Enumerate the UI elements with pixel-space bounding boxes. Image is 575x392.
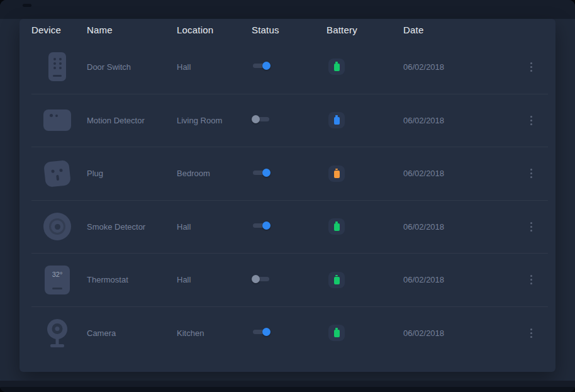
device-location: Bedroom xyxy=(177,169,252,178)
app-window: Device Name Location Status Battery Date… xyxy=(0,0,575,392)
smoke-detector-icon xyxy=(43,212,72,241)
table-row: Camera Kitchen 06/02/2018 xyxy=(31,306,548,360)
device-name: Motion Detector xyxy=(87,116,177,125)
window-bottom-edge xyxy=(0,387,575,392)
device-name: Camera xyxy=(87,328,177,338)
device-date: 06/02/2018 xyxy=(403,62,514,72)
kebab-menu-icon[interactable] xyxy=(528,272,535,287)
status-toggle[interactable] xyxy=(252,62,271,70)
column-header-device: Device xyxy=(31,25,87,35)
window-handle xyxy=(23,4,31,7)
kebab-menu-icon[interactable] xyxy=(528,326,535,340)
device-location: Kitchen xyxy=(177,328,252,338)
window-top-bar xyxy=(0,0,575,19)
status-toggle[interactable] xyxy=(252,115,271,123)
kebab-menu-icon[interactable] xyxy=(528,166,535,181)
device-date: 06/02/2018 xyxy=(403,328,514,338)
table-row: 32° Thermostat Hall 06/02/2018 xyxy=(31,253,548,306)
battery-status-icon xyxy=(328,59,345,75)
thermostat-temp-label: 32° xyxy=(45,266,70,278)
battery-status-icon xyxy=(328,165,345,182)
kebab-menu-icon[interactable] xyxy=(528,113,535,128)
table-row: Plug Bedroom 06/02/2018 xyxy=(31,147,548,200)
column-header-location: Location xyxy=(177,25,252,35)
device-name: Plug xyxy=(87,169,177,178)
remote-icon xyxy=(43,52,72,81)
status-toggle[interactable] xyxy=(252,328,271,336)
column-header-status: Status xyxy=(252,25,327,35)
device-location: Hall xyxy=(177,222,252,232)
battery-status-icon xyxy=(328,112,345,128)
camera-icon xyxy=(43,318,72,347)
device-date: 06/02/2018 xyxy=(403,169,514,178)
battery-status-icon xyxy=(328,218,345,235)
motion-detector-icon xyxy=(43,106,72,135)
table-header: Device Name Location Status Battery Date xyxy=(31,19,548,40)
thermostat-icon: 32° xyxy=(43,266,72,294)
table-row: Motion Detector Living Room 06/02/2018 xyxy=(31,94,548,147)
table-row: Smoke Detector Hall 06/02/2018 xyxy=(31,200,548,254)
device-date: 06/02/2018 xyxy=(403,222,514,232)
device-date: 06/02/2018 xyxy=(403,275,514,284)
column-header-date: Date xyxy=(403,25,514,35)
status-toggle[interactable] xyxy=(252,221,271,230)
device-name: Smoke Detector xyxy=(87,222,177,232)
kebab-menu-icon[interactable] xyxy=(528,220,535,234)
device-location: Hall xyxy=(177,62,252,72)
plug-icon xyxy=(43,159,72,188)
device-location: Living Room xyxy=(177,116,252,125)
column-header-battery: Battery xyxy=(327,25,403,35)
device-name: Thermostat xyxy=(87,275,177,284)
table-row: Door Switch Hall 06/02/2018 xyxy=(31,40,548,94)
battery-status-icon xyxy=(328,325,345,341)
kebab-menu-icon[interactable] xyxy=(528,60,535,74)
status-toggle[interactable] xyxy=(252,275,271,283)
device-date: 06/02/2018 xyxy=(403,116,514,125)
device-name: Door Switch xyxy=(87,62,177,72)
column-header-name: Name xyxy=(87,25,177,35)
window-bottom-bar xyxy=(0,381,575,392)
status-toggle[interactable] xyxy=(252,169,271,177)
battery-status-icon xyxy=(328,272,345,288)
device-table-card: Device Name Location Status Battery Date… xyxy=(20,19,555,372)
device-location: Hall xyxy=(177,275,252,284)
